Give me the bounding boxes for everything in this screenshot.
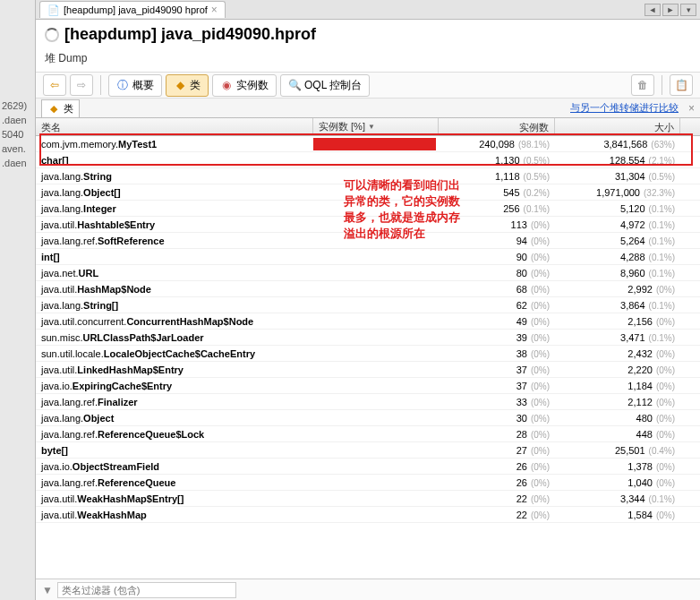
separator	[100, 75, 101, 95]
cell-size: 1,184(0%)	[555, 381, 680, 391]
cell-size: 1,584(0%)	[555, 510, 680, 520]
tab-label: [heapdump] java_pid49090 hprof	[64, 4, 208, 15]
table-row[interactable]: java.lang.ref.ReferenceQueue26(0%)1,040(…	[36, 475, 700, 491]
cell-classname: sun.util.locale.LocaleObjectCache$CacheE…	[36, 348, 313, 359]
classes-button[interactable]: ◆类	[166, 74, 209, 97]
prev-tab-button[interactable]: ◄	[645, 4, 661, 16]
oql-button[interactable]: 🔍OQL 控制台	[280, 74, 370, 97]
cell-bar	[313, 493, 439, 505]
cell-bar	[313, 364, 439, 376]
close-icon[interactable]: ×	[688, 102, 695, 115]
cell-instances: 62(0%)	[439, 300, 555, 311]
table-row[interactable]: byte[]27(0%)25,501(0.4%)	[36, 442, 700, 459]
cell-bar	[313, 428, 439, 441]
next-tab-button[interactable]: ►	[662, 4, 679, 16]
gc-button[interactable]: 🗑	[631, 74, 654, 96]
button-label: 概要	[132, 78, 154, 93]
cell-size: 448(0%)	[555, 429, 680, 440]
cell-instances: 26(0%)	[439, 477, 555, 488]
sub-tab-classes[interactable]: ◆ 类	[41, 99, 80, 117]
table-row[interactable]: java.util.Hashtable$Entry113(0%)4,972(0.…	[36, 217, 700, 233]
file-icon: 📄	[47, 4, 60, 16]
column-header-size[interactable]: 大小	[555, 118, 680, 135]
table-row[interactable]: java.util.HashMap$Node68(0%)2,992(0%)	[36, 281, 700, 297]
cell-classname: java.lang.ref.SoftReference	[36, 236, 313, 246]
table-row[interactable]: java.lang.String1,118(0.5%)31,304(0.5%)	[36, 168, 700, 184]
table-row[interactable]: char[]1,130(0.5%)128,554(2.1%)	[36, 152, 700, 168]
cell-classname: char[]	[36, 155, 313, 166]
instances-button[interactable]: ◉实例数	[212, 74, 277, 97]
table-row[interactable]: java.io.ObjectStreamField26(0%)1,378(0%)	[36, 459, 700, 475]
table-row[interactable]: java.util.WeakHashMap$Entry[]22(0%)3,344…	[36, 491, 700, 507]
table-row[interactable]: java.lang.Object[]545(0.2%)1,971,000(32.…	[36, 184, 700, 201]
table-row[interactable]: com.jvm.memory.MyTest1240,098(98.1%)3,84…	[36, 136, 700, 152]
cell-instances: 49(0%)	[439, 316, 555, 327]
cell-size: 480(0%)	[555, 413, 680, 424]
cell-instances: 94(0%)	[439, 236, 555, 246]
cell-instances: 240,098(98.1%)	[439, 139, 555, 150]
table-row[interactable]: sun.misc.URLClassPath$JarLoader39(0%)3,4…	[36, 330, 700, 346]
cell-classname: java.lang.Integer	[36, 203, 313, 214]
filter-bar: ▼	[36, 579, 700, 600]
table-row[interactable]: java.lang.Integer256(0.1%)5,120(0.1%)	[36, 201, 700, 217]
cell-classname: int[]	[36, 252, 313, 262]
outer-item: .daen	[0, 156, 35, 170]
column-header-pct[interactable]: 实例数 [%]▼	[313, 118, 439, 135]
overview-button[interactable]: ⓘ概要	[108, 74, 162, 97]
cell-bar	[313, 170, 439, 183]
class-icon: ◆	[47, 102, 60, 115]
cell-instances: 37(0%)	[439, 364, 555, 375]
cell-classname: java.io.ObjectStreamField	[36, 461, 313, 472]
cell-size: 2,992(0%)	[555, 284, 680, 295]
table-row[interactable]: sun.util.locale.LocaleObjectCache$CacheE…	[36, 346, 700, 362]
cell-classname: java.lang.String	[36, 171, 313, 182]
forward-button[interactable]: ⇨	[70, 74, 93, 96]
table-row[interactable]: java.io.ExpiringCache$Entry37(0%)1,184(0…	[36, 378, 700, 394]
cell-bar	[313, 509, 439, 521]
table-row[interactable]: java.lang.ref.Finalizer33(0%)2,112(0%)	[36, 394, 700, 410]
editor-tab[interactable]: 📄 [heapdump] java_pid49090 hprof ×	[39, 1, 226, 18]
compare-link[interactable]: 与另一个堆转储进行比较	[570, 101, 679, 115]
editor-tab-bar: 📄 [heapdump] java_pid49090 hprof × ◄ ► ▾	[36, 0, 700, 20]
table-row[interactable]: java.lang.String[]62(0%)3,864(0.1%)	[36, 297, 700, 313]
cell-instances: 22(0%)	[439, 510, 555, 520]
cell-size: 3,841,568(63%)	[555, 139, 680, 150]
title-row: [heapdump] java_pid49090.hprof	[36, 20, 700, 49]
cell-size: 1,378(0%)	[555, 461, 680, 472]
cell-size: 5,120(0.1%)	[555, 203, 680, 214]
cell-bar	[313, 219, 439, 231]
button-label: 实例数	[236, 78, 269, 93]
cell-bar	[313, 315, 439, 328]
table-body[interactable]: com.jvm.memory.MyTest1240,098(98.1%)3,84…	[36, 136, 700, 579]
table-row[interactable]: java.net.URL80(0%)8,960(0.1%)	[36, 265, 700, 281]
filter-icon: ▼	[41, 584, 54, 596]
subtitle: 堆 Dump	[36, 49, 700, 72]
outer-item: 2629)	[0, 99, 35, 113]
table-row[interactable]: java.util.concurrent.ConcurrentHashMap$N…	[36, 313, 700, 330]
export-button[interactable]: 📋	[670, 74, 693, 96]
cell-classname: java.util.WeakHashMap$Entry[]	[36, 493, 313, 504]
back-button[interactable]: ⇦	[43, 74, 66, 96]
column-header-instances[interactable]: 实例数	[439, 118, 555, 135]
table-row[interactable]: java.lang.ref.SoftReference94(0%)5,264(0…	[36, 233, 700, 249]
cell-classname: java.lang.String[]	[36, 300, 313, 311]
cell-classname: byte[]	[36, 445, 313, 456]
button-label: 类	[190, 78, 201, 93]
tab-list-button[interactable]: ▾	[680, 4, 696, 16]
column-header-name[interactable]: 类名	[36, 118, 313, 135]
close-icon[interactable]: ×	[211, 4, 218, 16]
info-icon: ⓘ	[116, 79, 129, 91]
table-row[interactable]: java.util.WeakHashMap22(0%)1,584(0%)	[36, 507, 700, 523]
table-row[interactable]: java.util.LinkedHashMap$Entry37(0%)2,220…	[36, 362, 700, 378]
cell-classname: java.io.ExpiringCache$Entry	[36, 381, 313, 391]
cell-instances: 26(0%)	[439, 461, 555, 472]
cell-bar	[313, 283, 439, 296]
cell-instances: 80(0%)	[439, 268, 555, 279]
table-row[interactable]: java.lang.ref.ReferenceQueue$Lock28(0%)4…	[36, 426, 700, 442]
filter-input[interactable]	[57, 582, 236, 598]
cell-classname: java.lang.Object[]	[36, 187, 313, 198]
cell-instances: 256(0.1%)	[439, 203, 555, 214]
table-row[interactable]: int[]90(0%)4,288(0.1%)	[36, 249, 700, 265]
cell-instances: 39(0%)	[439, 332, 555, 343]
table-row[interactable]: java.lang.Object30(0%)480(0%)	[36, 410, 700, 426]
